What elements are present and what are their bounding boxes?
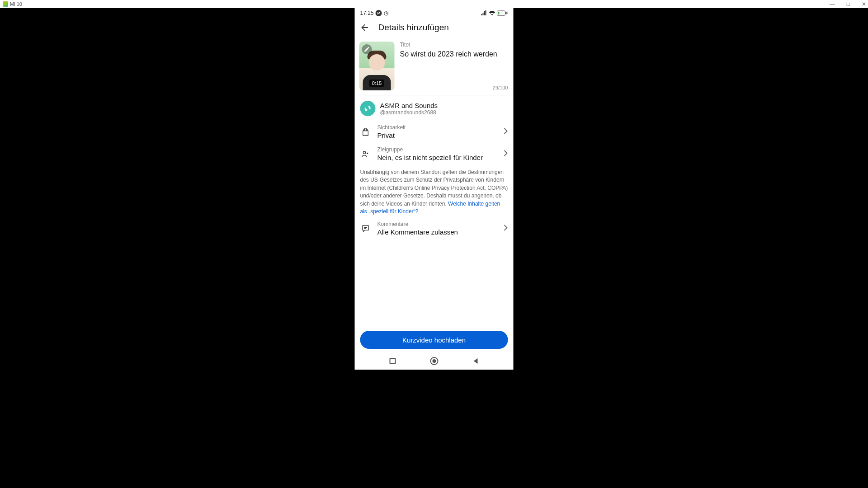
svg-rect-1 xyxy=(498,12,500,14)
channel-name: ASMR and Sounds xyxy=(380,102,438,109)
channel-row[interactable]: ASMR and Sounds @asmrandsounds2688 xyxy=(355,95,514,121)
battery-charging-icon xyxy=(497,10,508,16)
window-titlebar: Mi 10 — □ ✕ xyxy=(0,0,868,8)
app-icon xyxy=(3,1,8,7)
title-section[interactable]: 0:15 Titel So wirst du 2023 reich werden… xyxy=(355,37,514,95)
window-title: Mi 10 xyxy=(10,1,22,7)
title-label: Titel xyxy=(400,42,508,48)
title-value[interactable]: So wirst du 2023 reich werden xyxy=(400,50,508,59)
comments-icon xyxy=(360,223,371,234)
signal-icon xyxy=(481,10,487,16)
upload-button[interactable]: Kurzvideo hochladen xyxy=(360,331,508,349)
video-duration: 0:15 xyxy=(369,80,384,87)
chevron-right-icon xyxy=(504,150,508,158)
svg-point-5 xyxy=(363,151,365,154)
svg-point-3 xyxy=(366,109,368,111)
maximize-button[interactable]: □ xyxy=(847,1,850,7)
nav-recent-button[interactable] xyxy=(387,356,397,366)
video-thumbnail[interactable]: 0:15 xyxy=(359,42,395,90)
wifi-icon xyxy=(489,10,495,16)
lock-icon xyxy=(360,127,371,137)
audience-icon xyxy=(360,149,371,160)
comments-row[interactable]: Kommentare Alle Kommentare zulassen xyxy=(355,217,514,239)
coppa-notice: Unabhängig von deinem Standort gelten di… xyxy=(355,165,514,217)
nav-back-button[interactable] xyxy=(471,356,481,366)
close-button[interactable]: ✕ xyxy=(862,1,866,7)
mirror-background: 17:25 P ◷ Details hinzufügen xyxy=(0,8,868,488)
channel-handle: @asmrandsounds2688 xyxy=(380,109,438,116)
nav-home-button[interactable] xyxy=(429,356,439,366)
chevron-right-icon xyxy=(504,128,508,136)
status-p-icon: P xyxy=(376,10,382,16)
status-clock-icon: ◷ xyxy=(384,10,388,16)
title-char-count: 29/100 xyxy=(493,85,508,90)
audience-value: Nein, es ist nicht speziell für Kinder xyxy=(377,154,497,161)
back-button[interactable] xyxy=(359,22,370,33)
status-time: 17:25 xyxy=(360,10,374,16)
audience-label: Zielgruppe xyxy=(377,146,497,153)
app-header: Details hinzufügen xyxy=(355,18,514,37)
status-bar: 17:25 P ◷ xyxy=(355,8,514,18)
phone-screen: 17:25 P ◷ Details hinzufügen xyxy=(355,8,514,370)
page-title: Details hinzufügen xyxy=(378,23,449,33)
android-nav-bar xyxy=(355,353,514,370)
channel-avatar xyxy=(360,101,376,116)
chevron-right-icon xyxy=(504,225,508,233)
visibility-value: Privat xyxy=(377,131,497,139)
visibility-row[interactable]: Sichtbarkeit Privat xyxy=(355,121,514,143)
svg-point-4 xyxy=(368,107,370,108)
comments-label: Kommentare xyxy=(377,221,497,227)
visibility-label: Sichtbarkeit xyxy=(377,124,497,131)
edit-thumbnail-icon[interactable] xyxy=(362,44,372,54)
upload-button-label: Kurzvideo hochladen xyxy=(402,336,466,344)
comments-value: Alle Kommentare zulassen xyxy=(377,228,497,236)
minimize-button[interactable]: — xyxy=(830,1,835,7)
svg-rect-2 xyxy=(506,12,507,14)
audience-row[interactable]: Zielgruppe Nein, es ist nicht speziell f… xyxy=(355,143,514,165)
